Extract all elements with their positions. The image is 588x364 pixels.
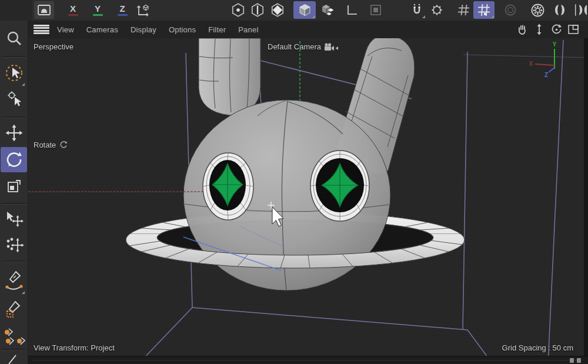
spline-pen-tool[interactable] — [3, 268, 25, 295]
dolly-zoom-icon[interactable] — [533, 23, 546, 36]
move-tool[interactable] — [3, 122, 25, 144]
spline-grid-tool[interactable] — [3, 298, 25, 320]
snap-icon[interactable] — [408, 1, 426, 19]
l-axis-glyph — [344, 2, 359, 18]
polygons-glyph — [270, 2, 285, 18]
gizmo-x-label: X — [529, 61, 533, 67]
scale-tool[interactable] — [3, 175, 25, 197]
sidebar-separator — [2, 203, 26, 205]
viewport-3d[interactable]: Y X Z Perspective Default Camera — [28, 38, 584, 356]
point-move-tool[interactable] — [3, 234, 25, 256]
toolbar-left-zone — [0, 0, 32, 21]
mirror-icon[interactable] — [551, 1, 569, 19]
spline-grid-icon — [5, 300, 24, 319]
pan-hand-icon[interactable] — [516, 23, 529, 36]
tweak-icon — [5, 89, 23, 107]
menu-options[interactable]: Options — [169, 25, 196, 34]
mirror-alt-icon[interactable] — [571, 1, 588, 19]
coord-glyph — [135, 2, 152, 18]
spline-pen-icon — [4, 269, 24, 293]
points-glyph — [230, 2, 246, 18]
search-icon — [5, 30, 23, 48]
live-selection-icon — [4, 62, 24, 85]
bottom-panel-groove — [33, 360, 580, 364]
viewport-menubar: View Cameras Display Options Filter Pane… — [28, 21, 588, 39]
edges-mode-icon[interactable] — [249, 1, 266, 19]
z-axis-underline — [118, 14, 128, 16]
texture-axis-mode-icon[interactable] — [319, 1, 337, 19]
sidebar-separator — [2, 56, 26, 58]
menu-panel[interactable]: Panel — [238, 25, 258, 34]
orbit-rotate-icon[interactable] — [550, 23, 563, 36]
render-gear-glyph — [530, 2, 546, 18]
coordinate-system-icon[interactable] — [134, 1, 153, 19]
viewport-solo-icon[interactable] — [34, 1, 54, 19]
live-selection-tool[interactable] — [3, 61, 25, 86]
menu-display[interactable]: Display — [131, 25, 156, 34]
gear-bolt-glyph — [429, 2, 445, 18]
target-icon[interactable] — [502, 1, 519, 19]
maximize-view-icon[interactable] — [567, 23, 580, 36]
flyout-triangle — [312, 15, 315, 18]
bunny-left-ear — [199, 38, 260, 115]
x-axis-lock-button[interactable]: X — [65, 1, 81, 19]
grid-glyph — [456, 2, 472, 18]
workplane-axis-icon[interactable] — [343, 1, 360, 19]
quantize-grid-icon[interactable] — [455, 1, 473, 19]
viewport-menu-icon[interactable] — [34, 25, 49, 34]
bottom-mini-icon[interactable] — [577, 358, 581, 363]
bottom-panel-edge — [28, 356, 588, 364]
menu-view[interactable]: View — [57, 25, 74, 34]
spline-extra-tool[interactable] — [3, 353, 25, 364]
target-glyph — [503, 2, 518, 18]
axis-gizmo: Y X Z — [529, 41, 557, 78]
grid-handles-glyph — [476, 2, 492, 18]
menu-cameras[interactable]: Cameras — [86, 25, 118, 34]
workplane-icon[interactable] — [367, 1, 385, 19]
flyout-triangle — [422, 15, 425, 18]
search-tool[interactable] — [3, 28, 25, 50]
points-mode-icon[interactable] — [229, 1, 247, 19]
viewport-nav-controls — [516, 21, 580, 38]
bottom-mini-icon[interactable] — [570, 358, 574, 363]
model-cube-glyph — [297, 2, 313, 18]
camera-label: Default Camera — [268, 42, 321, 51]
top-toolbar: X Y Z — [0, 0, 588, 21]
z-axis-lock-button[interactable]: Z — [114, 1, 131, 19]
cinema4d-window: X Y Z — [0, 0, 588, 364]
tool-sidebar — [0, 21, 28, 364]
camera-label-group[interactable]: Default Camera — [268, 42, 339, 51]
x-axis-label: X — [70, 4, 76, 13]
rotate-tool[interactable] — [3, 148, 25, 171]
polygons-mode-icon[interactable] — [269, 1, 286, 19]
rotate-hint-icon — [59, 141, 68, 149]
z-axis-label: Z — [119, 4, 125, 13]
model-mode-icon[interactable] — [293, 1, 316, 19]
tool-hint-group: Rotate — [34, 141, 68, 149]
spline-extra-icon — [5, 353, 23, 364]
viewport-right-gutter — [584, 38, 588, 356]
menu-filter[interactable]: Filter — [208, 25, 226, 34]
render-settings-icon[interactable] — [529, 1, 546, 19]
solo-glyph — [36, 3, 52, 17]
camera-icon — [324, 43, 339, 51]
transfer-icon — [5, 210, 24, 228]
spline-tools[interactable] — [3, 325, 25, 346]
butterfly-bar-glyph — [571, 2, 588, 18]
texture-cube-glyph — [320, 2, 336, 18]
y-axis-lock-button[interactable]: Y — [89, 1, 106, 19]
bunny-right-eye — [310, 151, 369, 221]
gizmo-z-label: Z — [544, 72, 548, 78]
view-label: Perspective — [34, 42, 74, 51]
workplane-grid-icon[interactable] — [473, 1, 495, 19]
sidebar-separator — [2, 261, 26, 262]
transfer-tool[interactable] — [3, 208, 25, 230]
tweak-tool[interactable] — [3, 87, 25, 109]
snap-settings-icon[interactable] — [428, 1, 446, 19]
gizmo-y-label: Y — [553, 41, 557, 48]
flyout-triangle — [22, 291, 25, 294]
rotate-icon — [4, 149, 24, 169]
tool-hint-label: Rotate — [34, 141, 56, 149]
viewport-3d-scene[interactable]: Y X Z — [28, 38, 584, 356]
sidebar-separator — [2, 116, 26, 118]
